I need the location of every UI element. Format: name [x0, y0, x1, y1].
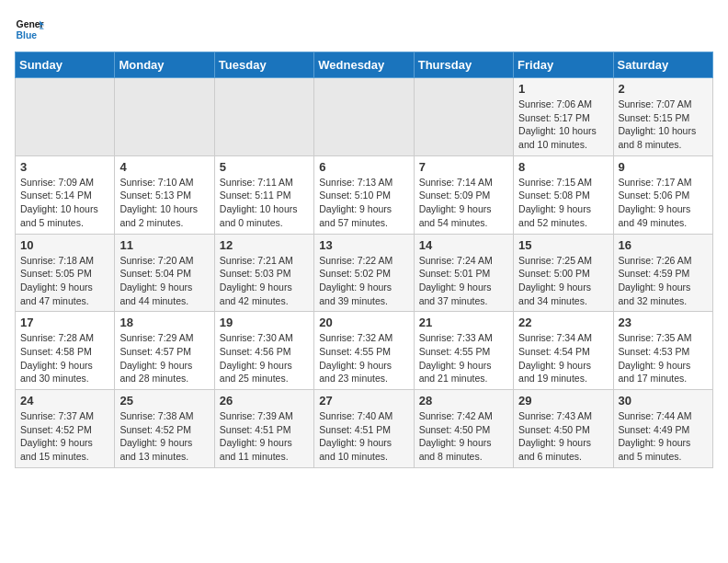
calendar-cell: 17Sunrise: 7:28 AM Sunset: 4:58 PM Dayli…	[16, 312, 115, 390]
day-info: Sunrise: 7:35 AM Sunset: 4:53 PM Dayligh…	[619, 331, 708, 385]
day-info: Sunrise: 7:34 AM Sunset: 4:54 PM Dayligh…	[518, 331, 608, 385]
weekday-header: Saturday	[613, 52, 712, 78]
day-info: Sunrise: 7:25 AM Sunset: 5:00 PM Dayligh…	[518, 254, 608, 308]
day-number: 16	[619, 238, 708, 252]
day-number: 9	[619, 160, 708, 174]
day-number: 11	[119, 238, 209, 252]
weekday-header: Monday	[115, 52, 214, 78]
calendar-header: SundayMondayTuesdayWednesdayThursdayFrid…	[16, 52, 713, 78]
weekday-header: Thursday	[414, 52, 513, 78]
day-number: 1	[518, 82, 608, 96]
day-number: 21	[419, 316, 508, 329]
calendar-cell: 15Sunrise: 7:25 AM Sunset: 5:00 PM Dayli…	[514, 234, 613, 312]
weekday-header: Tuesday	[214, 52, 313, 78]
calendar-week-row: 17Sunrise: 7:28 AM Sunset: 4:58 PM Dayli…	[16, 312, 713, 390]
calendar-cell: 1Sunrise: 7:06 AM Sunset: 5:17 PM Daylig…	[514, 78, 613, 156]
calendar-cell	[16, 78, 115, 156]
day-info: Sunrise: 7:09 AM Sunset: 5:14 PM Dayligh…	[20, 176, 109, 230]
day-info: Sunrise: 7:42 AM Sunset: 4:50 PM Dayligh…	[419, 409, 508, 464]
day-info: Sunrise: 7:32 AM Sunset: 4:55 PM Dayligh…	[319, 331, 408, 385]
calendar-cell: 25Sunrise: 7:38 AM Sunset: 4:52 PM Dayli…	[115, 390, 214, 468]
day-info: Sunrise: 7:21 AM Sunset: 5:03 PM Dayligh…	[220, 254, 309, 308]
day-number: 30	[619, 394, 708, 408]
calendar-cell: 29Sunrise: 7:43 AM Sunset: 4:50 PM Dayli…	[514, 390, 613, 468]
day-number: 5	[220, 160, 309, 174]
day-info: Sunrise: 7:11 AM Sunset: 5:11 PM Dayligh…	[220, 176, 309, 230]
day-info: Sunrise: 7:44 AM Sunset: 4:49 PM Dayligh…	[619, 409, 708, 464]
day-info: Sunrise: 7:14 AM Sunset: 5:09 PM Dayligh…	[419, 176, 508, 230]
calendar-cell: 14Sunrise: 7:24 AM Sunset: 5:01 PM Dayli…	[414, 234, 513, 312]
calendar-week-row: 24Sunrise: 7:37 AM Sunset: 4:52 PM Dayli…	[16, 390, 713, 468]
calendar-cell: 27Sunrise: 7:40 AM Sunset: 4:51 PM Dayli…	[314, 390, 414, 468]
day-info: Sunrise: 7:15 AM Sunset: 5:08 PM Dayligh…	[518, 176, 608, 230]
day-info: Sunrise: 7:29 AM Sunset: 4:57 PM Dayligh…	[119, 331, 209, 385]
calendar-cell: 20Sunrise: 7:32 AM Sunset: 4:55 PM Dayli…	[314, 312, 414, 390]
day-number: 23	[619, 316, 708, 329]
calendar-cell	[414, 78, 513, 156]
calendar-cell	[214, 78, 313, 156]
calendar-cell: 26Sunrise: 7:39 AM Sunset: 4:51 PM Dayli…	[214, 390, 313, 468]
calendar-cell: 12Sunrise: 7:21 AM Sunset: 5:03 PM Dayli…	[214, 234, 313, 312]
calendar-cell	[314, 78, 414, 156]
calendar-cell: 16Sunrise: 7:26 AM Sunset: 4:59 PM Dayli…	[613, 234, 712, 312]
calendar-cell: 4Sunrise: 7:10 AM Sunset: 5:13 PM Daylig…	[115, 155, 214, 234]
day-info: Sunrise: 7:30 AM Sunset: 4:56 PM Dayligh…	[220, 331, 309, 385]
day-number: 10	[20, 238, 109, 252]
day-info: Sunrise: 7:39 AM Sunset: 4:51 PM Dayligh…	[220, 409, 309, 464]
day-info: Sunrise: 7:24 AM Sunset: 5:01 PM Dayligh…	[419, 254, 508, 308]
calendar-cell	[115, 78, 214, 156]
day-number: 19	[220, 316, 309, 329]
day-number: 24	[20, 394, 109, 408]
day-info: Sunrise: 7:07 AM Sunset: 5:15 PM Dayligh…	[619, 98, 708, 152]
calendar-cell: 21Sunrise: 7:33 AM Sunset: 4:55 PM Dayli…	[414, 312, 513, 390]
day-info: Sunrise: 7:18 AM Sunset: 5:05 PM Dayligh…	[20, 254, 109, 308]
day-number: 12	[220, 238, 309, 252]
day-info: Sunrise: 7:22 AM Sunset: 5:02 PM Dayligh…	[319, 254, 408, 308]
calendar-cell: 8Sunrise: 7:15 AM Sunset: 5:08 PM Daylig…	[514, 155, 613, 234]
logo: General Blue	[15, 15, 44, 44]
day-info: Sunrise: 7:17 AM Sunset: 5:06 PM Dayligh…	[619, 176, 708, 230]
day-info: Sunrise: 7:37 AM Sunset: 4:52 PM Dayligh…	[20, 409, 109, 464]
calendar-cell: 7Sunrise: 7:14 AM Sunset: 5:09 PM Daylig…	[414, 155, 513, 234]
calendar-cell: 10Sunrise: 7:18 AM Sunset: 5:05 PM Dayli…	[16, 234, 115, 312]
day-info: Sunrise: 7:13 AM Sunset: 5:10 PM Dayligh…	[319, 176, 408, 230]
day-info: Sunrise: 7:10 AM Sunset: 5:13 PM Dayligh…	[119, 176, 209, 230]
weekday-header: Friday	[514, 52, 613, 78]
calendar-cell: 5Sunrise: 7:11 AM Sunset: 5:11 PM Daylig…	[214, 155, 313, 234]
day-info: Sunrise: 7:28 AM Sunset: 4:58 PM Dayligh…	[20, 331, 109, 385]
day-info: Sunrise: 7:06 AM Sunset: 5:17 PM Dayligh…	[518, 98, 608, 152]
calendar-table: SundayMondayTuesdayWednesdayThursdayFrid…	[15, 52, 713, 468]
day-number: 15	[518, 238, 608, 252]
calendar-cell: 22Sunrise: 7:34 AM Sunset: 4:54 PM Dayli…	[514, 312, 613, 390]
calendar-cell: 6Sunrise: 7:13 AM Sunset: 5:10 PM Daylig…	[314, 155, 414, 234]
calendar-week-row: 1Sunrise: 7:06 AM Sunset: 5:17 PM Daylig…	[16, 78, 713, 156]
calendar-body: 1Sunrise: 7:06 AM Sunset: 5:17 PM Daylig…	[16, 78, 713, 468]
day-number: 4	[119, 160, 209, 174]
day-info: Sunrise: 7:38 AM Sunset: 4:52 PM Dayligh…	[119, 409, 209, 464]
calendar-cell: 30Sunrise: 7:44 AM Sunset: 4:49 PM Dayli…	[613, 390, 712, 468]
calendar-cell: 28Sunrise: 7:42 AM Sunset: 4:50 PM Dayli…	[414, 390, 513, 468]
calendar-cell: 3Sunrise: 7:09 AM Sunset: 5:14 PM Daylig…	[16, 155, 115, 234]
day-info: Sunrise: 7:40 AM Sunset: 4:51 PM Dayligh…	[319, 409, 408, 464]
day-number: 2	[619, 82, 708, 96]
day-number: 20	[319, 316, 408, 329]
weekday-header: Wednesday	[314, 52, 414, 78]
header-row: SundayMondayTuesdayWednesdayThursdayFrid…	[16, 52, 713, 78]
calendar-week-row: 10Sunrise: 7:18 AM Sunset: 5:05 PM Dayli…	[16, 234, 713, 312]
calendar-cell: 18Sunrise: 7:29 AM Sunset: 4:57 PM Dayli…	[115, 312, 214, 390]
svg-text:Blue: Blue	[17, 30, 38, 40]
day-info: Sunrise: 7:33 AM Sunset: 4:55 PM Dayligh…	[419, 331, 508, 385]
calendar-cell: 24Sunrise: 7:37 AM Sunset: 4:52 PM Dayli…	[16, 390, 115, 468]
day-number: 3	[20, 160, 109, 174]
page-header: General Blue	[15, 15, 713, 44]
day-info: Sunrise: 7:26 AM Sunset: 4:59 PM Dayligh…	[619, 254, 708, 308]
calendar-cell: 2Sunrise: 7:07 AM Sunset: 5:15 PM Daylig…	[613, 78, 712, 156]
day-number: 25	[119, 394, 209, 408]
day-number: 26	[220, 394, 309, 408]
weekday-header: Sunday	[16, 52, 115, 78]
day-number: 14	[419, 238, 508, 252]
day-number: 22	[518, 316, 608, 329]
logo-icon: General Blue	[15, 15, 44, 44]
calendar-cell: 23Sunrise: 7:35 AM Sunset: 4:53 PM Dayli…	[613, 312, 712, 390]
calendar-cell: 13Sunrise: 7:22 AM Sunset: 5:02 PM Dayli…	[314, 234, 414, 312]
